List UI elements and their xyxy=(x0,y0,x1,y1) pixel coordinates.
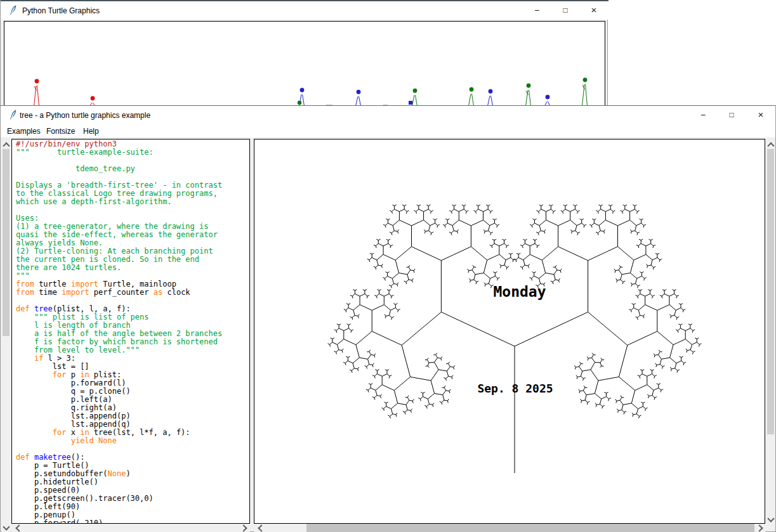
scroll-up-icon[interactable] xyxy=(3,142,10,149)
maximize-button[interactable]: □ xyxy=(721,106,742,124)
canvas-vertical-scrollbar-thumb[interactable] xyxy=(767,149,774,434)
code-viewer[interactable]: #!/usr/bin/env python3""" turtle-example… xyxy=(11,139,250,524)
menu-bar: Examples Fontsize Help xyxy=(1,125,775,138)
canvas-horizontal-scrollbar-thumb[interactable] xyxy=(306,524,754,532)
code-horizontal-scrollbar[interactable] xyxy=(11,524,250,532)
close-button[interactable]: × xyxy=(750,106,772,124)
menu-help[interactable]: Help xyxy=(83,127,99,136)
turtle-sprouts-drawing xyxy=(1,0,608,107)
code-line: tdemo_tree.py xyxy=(16,165,222,173)
code-text: #!/usr/bin/env python3""" turtle-example… xyxy=(16,140,222,524)
scroll-down-icon[interactable] xyxy=(3,523,10,530)
tree-demo-titlebar[interactable]: tree - a Python turtle graphics example … xyxy=(1,106,775,125)
scroll-left-icon[interactable] xyxy=(258,524,265,531)
canvas-horizontal-scrollbar[interactable] xyxy=(254,524,765,532)
maximize-icon: □ xyxy=(729,106,733,124)
code-line: p.forward(-210) xyxy=(16,519,222,524)
minimize-button[interactable]: − xyxy=(692,106,714,124)
date-label: Sep. 8 2025 xyxy=(477,382,553,395)
menu-fontsize[interactable]: Fontsize xyxy=(46,127,75,136)
weekday-label: Monday xyxy=(493,283,546,300)
close-icon: × xyxy=(758,106,764,124)
tree-demo-window-title: tree - a Python turtle graphics example xyxy=(20,111,150,120)
scroll-left-icon[interactable] xyxy=(15,524,22,531)
scroll-down-icon[interactable] xyxy=(767,515,774,522)
tree-demo-window: tree - a Python turtle graphics example … xyxy=(0,105,776,532)
code-line: there are 1024 turtles. xyxy=(16,264,222,272)
minimize-icon: − xyxy=(700,106,706,124)
scroll-right-icon[interactable] xyxy=(240,524,247,531)
scroll-up-icon[interactable] xyxy=(767,142,774,149)
code-line: which use a depth-first-algorithm. xyxy=(16,198,222,206)
menu-examples[interactable]: Examples xyxy=(7,127,41,136)
canvas-vertical-scrollbar[interactable] xyxy=(766,139,775,524)
fractal-tree-drawing xyxy=(254,139,765,523)
code-line xyxy=(16,206,222,214)
scroll-right-icon[interactable] xyxy=(756,524,763,531)
turtle-graphics-canvas: Monday Sep. 8 2025 xyxy=(254,139,765,524)
code-vertical-scrollbar-thumb[interactable] xyxy=(3,149,10,336)
code-line: """ turtle-example-suite: xyxy=(16,148,222,157)
code-vertical-scrollbar[interactable] xyxy=(1,139,11,532)
tk-feather-icon xyxy=(8,110,18,120)
code-line: from time import perf_counter as clock xyxy=(16,289,222,297)
code-line: yield None xyxy=(16,437,222,445)
